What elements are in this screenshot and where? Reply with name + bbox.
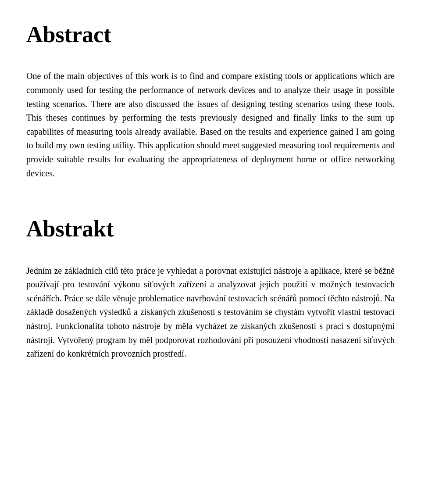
abstract-cs-title: Abstrakt	[26, 215, 395, 243]
abstract-cs-body: Jedním ze základních cílů této práce je …	[26, 264, 395, 361]
abstract-cs-section: Abstrakt Jedním ze základních cílů této …	[26, 215, 395, 361]
abstract-en-title: Abstract	[26, 21, 395, 48]
abstract-en-body: One of the main objectives of this work …	[26, 69, 395, 180]
abstract-en-section: Abstract One of the main objectives of t…	[26, 21, 395, 180]
abstract-en-paragraph: One of the main objectives of this work …	[26, 69, 395, 180]
abstract-cs-paragraph: Jedním ze základních cílů této práce je …	[26, 264, 395, 361]
page: Abstract One of the main objectives of t…	[0, 0, 421, 504]
